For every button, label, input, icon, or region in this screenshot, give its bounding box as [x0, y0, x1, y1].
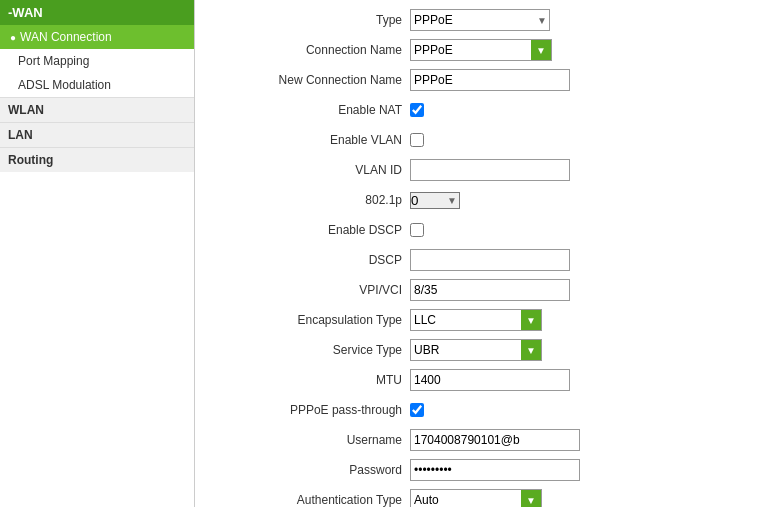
service-type-arrow-button[interactable]: ▼ [521, 340, 541, 360]
connection-name-arrow-button[interactable]: ▼ [531, 40, 551, 60]
mtu-input[interactable] [410, 369, 570, 391]
connection-name-label: Connection Name [210, 43, 410, 57]
authentication-type-label: Authentication Type [210, 493, 410, 507]
username-label: Username [210, 433, 410, 447]
dscp-label: DSCP [210, 253, 410, 267]
dot1p-select-wrapper: 0 ▼ [410, 192, 460, 209]
enable-vlan-label: Enable VLAN [210, 133, 410, 147]
encapsulation-type-row: Encapsulation Type LLC VC-Mux ▼ [210, 308, 767, 332]
service-type-row: Service Type UBR CBR VBR-nrt VBR-rt ▼ [210, 338, 767, 362]
dot1p-select[interactable]: 0 [410, 192, 460, 209]
sidebar-item-wan-connection[interactable]: WAN Connection [0, 25, 194, 49]
username-row: Username [210, 428, 767, 452]
vpi-vci-row: VPI/VCI [210, 278, 767, 302]
dscp-input[interactable] [410, 249, 570, 271]
sidebar-item-adsl-modulation[interactable]: ADSL Modulation [0, 73, 194, 97]
authentication-type-select-wrapper: Auto PAP CHAP ▼ [410, 489, 542, 507]
vlan-id-input[interactable] [410, 159, 570, 181]
sidebar-item-label: ADSL Modulation [18, 78, 111, 92]
sidebar-item-port-mapping[interactable]: Port Mapping [0, 49, 194, 73]
connection-name-select-wrapper: PPPoE ▼ [410, 39, 552, 61]
enable-vlan-checkbox[interactable] [410, 133, 424, 147]
enable-dscp-row: Enable DSCP [210, 218, 767, 242]
enable-dscp-label: Enable DSCP [210, 223, 410, 237]
mtu-row: MTU [210, 368, 767, 392]
password-row: Password [210, 458, 767, 482]
sidebar-section-wlan[interactable]: WLAN [0, 97, 194, 122]
service-type-label: Service Type [210, 343, 410, 357]
enable-nat-label: Enable NAT [210, 103, 410, 117]
pppoe-passthrough-row: PPPoE pass-through [210, 398, 767, 422]
authentication-type-select[interactable]: Auto PAP CHAP [411, 490, 521, 507]
new-connection-name-row: New Connection Name [210, 68, 767, 92]
vpi-vci-input[interactable] [410, 279, 570, 301]
authentication-type-arrow-button[interactable]: ▼ [521, 490, 541, 507]
dscp-row: DSCP [210, 248, 767, 272]
main-content: Type PPPoE ▼ Connection Name PPPoE ▼ New… [195, 0, 782, 507]
connection-name-select[interactable]: PPPoE [411, 40, 531, 60]
new-connection-name-label: New Connection Name [210, 73, 410, 87]
authentication-type-row: Authentication Type Auto PAP CHAP ▼ [210, 488, 767, 507]
new-connection-name-input[interactable] [410, 69, 570, 91]
sidebar-wan-header: -WAN [0, 0, 194, 25]
encapsulation-type-select[interactable]: LLC VC-Mux [411, 310, 521, 330]
service-type-select[interactable]: UBR CBR VBR-nrt VBR-rt [411, 340, 521, 360]
encapsulation-type-arrow-button[interactable]: ▼ [521, 310, 541, 330]
vlan-id-label: VLAN ID [210, 163, 410, 177]
dot1p-row: 802.1p 0 ▼ [210, 188, 767, 212]
encapsulation-type-label: Encapsulation Type [210, 313, 410, 327]
type-select-wrapper: PPPoE ▼ [410, 9, 550, 31]
sidebar-section-routing[interactable]: Routing [0, 147, 194, 172]
pppoe-passthrough-label: PPPoE pass-through [210, 403, 410, 417]
vlan-id-row: VLAN ID [210, 158, 767, 182]
type-row: Type PPPoE ▼ [210, 8, 767, 32]
pppoe-passthrough-checkbox[interactable] [410, 403, 424, 417]
sidebar: -WAN WAN Connection Port Mapping ADSL Mo… [0, 0, 195, 507]
type-label: Type [210, 13, 410, 27]
connection-name-row: Connection Name PPPoE ▼ [210, 38, 767, 62]
dot1p-label: 802.1p [210, 193, 410, 207]
type-select[interactable]: PPPoE [410, 9, 550, 31]
mtu-label: MTU [210, 373, 410, 387]
sidebar-item-label: Port Mapping [18, 54, 89, 68]
password-label: Password [210, 463, 410, 477]
enable-dscp-checkbox[interactable] [410, 223, 424, 237]
enable-vlan-row: Enable VLAN [210, 128, 767, 152]
password-input[interactable] [410, 459, 580, 481]
vpi-vci-label: VPI/VCI [210, 283, 410, 297]
username-input[interactable] [410, 429, 580, 451]
sidebar-section-lan[interactable]: LAN [0, 122, 194, 147]
sidebar-item-label: WAN Connection [20, 30, 112, 44]
enable-nat-row: Enable NAT [210, 98, 767, 122]
enable-nat-checkbox[interactable] [410, 103, 424, 117]
service-type-select-wrapper: UBR CBR VBR-nrt VBR-rt ▼ [410, 339, 542, 361]
encapsulation-type-select-wrapper: LLC VC-Mux ▼ [410, 309, 542, 331]
